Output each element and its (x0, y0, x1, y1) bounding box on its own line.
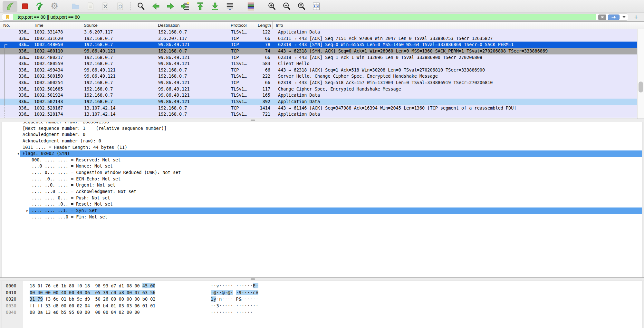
packet-row[interactable]: 336…1002.3314783.6.207.117192.168.0.7TLS… (0, 29, 644, 35)
packet-row[interactable]: 336…1002.49943499.86.49.121192.168.0.7TC… (0, 67, 644, 73)
detail-line[interactable]: .... 0... .... = Congestion Window Reduc… (2, 169, 642, 176)
hex-ascii: ········ ······ (211, 309, 253, 316)
conversation-mark (5, 80, 7, 86)
detail-line[interactable]: Acknowledgment number: 0 (2, 131, 642, 138)
go-back-button[interactable] (148, 1, 163, 12)
filter-apply-button[interactable] (608, 14, 620, 20)
packet-row[interactable]: 336…1002.52816713.107.42.14192.168.0.7TC… (0, 105, 644, 111)
detail-line[interactable]: .... ...0 .... = Acknowledgment: Not set (2, 188, 642, 195)
packet-row[interactable]: 336…1002.48011099.86.49.121192.168.0.7TC… (0, 48, 644, 54)
add-filter-button[interactable]: + (628, 13, 644, 21)
capture-options-button[interactable]: ⚙ (47, 1, 62, 12)
colorize-button[interactable] (243, 1, 258, 12)
find-packet-button[interactable] (133, 1, 148, 12)
filter-clear-button[interactable] (598, 14, 606, 20)
scrollbar-thumb[interactable] (639, 82, 643, 92)
display-filter-input[interactable]: tcp.port == 80 || udp.port == 80 (13, 14, 596, 20)
detail-line[interactable]: .... .... ...0 = Fin: Not set (2, 214, 642, 220)
auto-scroll-button[interactable] (222, 1, 237, 12)
reload-document-icon (115, 2, 125, 11)
packet-list-scrollbar[interactable] (637, 29, 644, 119)
packet-dst-cell: 99.86.49.121 (156, 54, 228, 61)
zoom-original-icon (297, 2, 306, 11)
hex-ascii: 1y·n···· P&······ (211, 296, 258, 303)
arrow-right-icon (166, 2, 175, 11)
toolbar-separator (130, 2, 130, 11)
packet-pro-cell: TLSv1… (228, 86, 255, 92)
packet-pro-cell: TCP (228, 35, 255, 42)
open-file-button[interactable] (68, 1, 83, 12)
zoom-original-button[interactable] (294, 1, 309, 12)
hex-row[interactable]: 000018 0f 76 c6 1b 80 f0 18 98 93 d7 d1 … (2, 283, 642, 289)
conversation-mark (5, 99, 7, 105)
reload-file-button[interactable] (112, 1, 127, 12)
detail-line[interactable]: Acknowledgment number (raw): 0 (2, 138, 642, 144)
column-header-protocol[interactable]: Protocol (228, 22, 255, 29)
packet-row[interactable]: 336…1002.501685192.168.0.799.86.49.121TL… (0, 86, 644, 92)
start-capture-button[interactable] (3, 1, 17, 12)
packet-row[interactable]: 336…1002.50015099.86.49.121192.168.0.7TL… (0, 73, 644, 80)
packet-row[interactable]: 336…1002.331620192.168.0.73.6.207.117TCP… (0, 35, 644, 42)
go-last-packet-button[interactable] (207, 1, 222, 12)
packet-row[interactable]: 336…1002.480559192.168.0.799.86.49.121TL… (0, 61, 644, 67)
packet-row[interactable]: 336…1002.501924192.168.0.799.86.49.121TL… (0, 92, 644, 99)
packet-row[interactable]: 336…1002.448050192.168.0.799.86.49.121TC… (0, 42, 644, 48)
display-filter-box: tcp.port == 80 || udp.port == 80 (2, 14, 628, 21)
zoom-in-button[interactable] (264, 1, 279, 12)
packet-pro-cell: TLSv1… (228, 73, 255, 80)
stop-capture-button[interactable] (17, 1, 32, 12)
column-header-no[interactable]: No. (0, 22, 31, 29)
conversation-mark (5, 92, 7, 99)
column-header-info[interactable]: Info (273, 22, 644, 29)
resize-columns-button[interactable] (309, 1, 323, 12)
column-header-destination[interactable]: Destination (155, 22, 228, 29)
detail-line[interactable]: [Next sequence number: 1 (relative seque… (2, 125, 642, 132)
packet-info-cell: 62318 → 443 [ACK] Seq=1 Ack=1 Win=132096… (273, 54, 644, 61)
close-file-button[interactable] (98, 1, 112, 12)
packet-dst-cell: 192.168.0.7 (156, 73, 228, 80)
packet-no-cell: 336… (0, 99, 32, 105)
save-file-button[interactable] (83, 1, 98, 12)
go-forward-button[interactable] (163, 1, 178, 12)
detail-line[interactable]: 000. .... .... = Reserved: Not set (2, 157, 642, 163)
detail-line[interactable]: .... ..0. .... = Urgent: Not set (2, 182, 642, 188)
detail-line[interactable]: ▼Flags: 0x002 (SYN) (2, 150, 642, 157)
packet-row[interactable]: 336…1002.502143192.168.0.799.86.49.121TL… (0, 99, 644, 105)
detail-line[interactable]: .... .... .0.. = Reset: Not set (2, 201, 642, 207)
filter-bookmark-button[interactable] (2, 14, 13, 20)
go-to-packet-button[interactable] (178, 1, 193, 12)
packet-pro-cell: TCP (228, 105, 255, 111)
column-header-source[interactable]: Source (81, 22, 155, 29)
packet-dst-cell: 3.6.207.117 (156, 35, 228, 42)
detail-line[interactable]: .... .0.. .... = ECN-Echo: Not set (2, 176, 642, 182)
packet-info-cell: 62318 → 443 [SYN] Seq=0 Win=65535 Len=0 … (273, 42, 644, 48)
folder-icon (71, 2, 80, 11)
packet-info-cell: Client Hello (273, 61, 644, 67)
detail-line[interactable]: ...0 .... .... = Nonce: Not set (2, 163, 642, 169)
packet-row[interactable]: 336…1002.52817413.107.42.14192.168.0.7TL… (0, 111, 644, 118)
column-header-time[interactable]: Time (31, 22, 81, 29)
hex-row[interactable]: 001000 40 00 00 40 00 40 06 e5 39 c0 a8 … (2, 289, 642, 296)
detail-line[interactable]: 1011 .... = Header Length: 44 bytes (11) (2, 144, 642, 151)
pane-splitter-bottom[interactable] (0, 277, 644, 281)
detail-text: .... .... .0.. = Reset: Not set (32, 201, 113, 207)
hex-row[interactable]: 0030ff ff 33 d8 00 00 02 04 05 b4 01 03 … (2, 303, 642, 309)
packet-row[interactable]: 336…1002.480217192.168.0.799.86.49.121TC… (0, 54, 644, 61)
packet-no-cell: 336… (0, 54, 32, 61)
zoom-out-button[interactable] (279, 1, 294, 12)
packet-info-cell: 61211 → 443 [ACK] Seq=7151 Ack=97069 Win… (273, 35, 644, 42)
detail-line[interactable]: Sequence number (raw): 2005041990 (2, 122, 642, 125)
column-header-length[interactable]: Length (255, 22, 273, 29)
detail-line[interactable]: .... .... 0... = Push: Not set (2, 195, 642, 201)
packet-dst-cell: 192.168.0.7 (156, 111, 228, 118)
detail-line[interactable]: ▶.... .... ..1. = Syn: Set (2, 207, 642, 214)
hex-row[interactable]: 002031 79 f3 6e 01 bb 9e d9 50 26 00 00 … (2, 296, 642, 303)
restart-fin-icon (35, 2, 44, 11)
packet-row[interactable]: 336…1002.500254192.168.0.799.86.49.121TC… (0, 80, 644, 86)
hex-row[interactable]: 004008 0a 13 e6 b5 95 00 00 00 00 04 02 … (2, 309, 642, 316)
go-first-packet-button[interactable] (193, 1, 207, 12)
packet-no-cell: 336… (0, 73, 32, 80)
pane-splitter-top[interactable] (0, 119, 644, 122)
filter-dropdown-chevron[interactable] (622, 16, 626, 18)
restart-capture-button[interactable] (32, 1, 47, 12)
